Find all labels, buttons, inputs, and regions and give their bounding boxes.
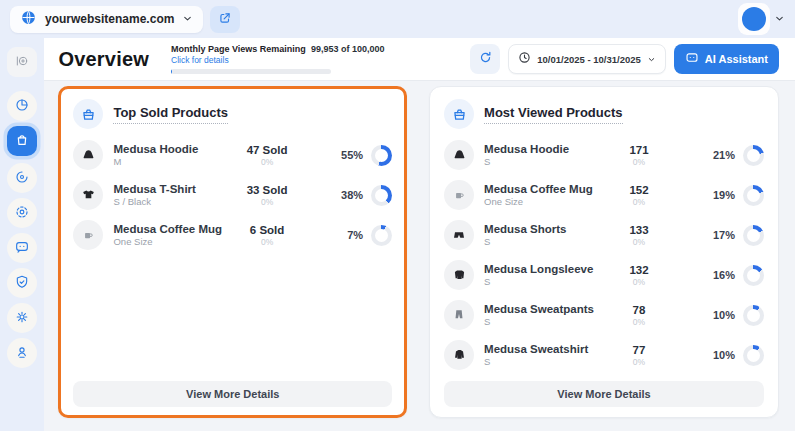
refresh-button[interactable] <box>470 44 500 74</box>
product-name: Medusa Longsleeve <box>484 263 594 275</box>
product-sub-percent: 0% <box>594 157 684 167</box>
product-sub-percent: 0% <box>594 317 684 327</box>
user-menu[interactable] <box>738 3 770 35</box>
page-header: Overview Monthly Page Views Remaining 99… <box>44 38 795 81</box>
page-views-label: Monthly Page Views Remaining <box>171 44 306 54</box>
product-sub-percent: 0% <box>594 237 684 247</box>
product-name: Medusa Sweatpants <box>484 303 594 315</box>
product-variant: S / Black <box>113 196 222 207</box>
progress-ring-icon <box>743 185 764 206</box>
product-variant: S <box>484 276 594 287</box>
sidebar-item-chatbot[interactable] <box>7 233 37 263</box>
product-row: Medusa Hoodie S 171 0% 21% <box>444 135 764 175</box>
product-rows: Medusa Hoodie M 47 Sold 0% 55% Medusa T-… <box>73 135 392 255</box>
ai-assistant-label: AI Assistant <box>705 53 768 65</box>
product-percent: 55% <box>341 149 363 161</box>
product-sub-percent: 0% <box>594 197 684 207</box>
product-name: Medusa Sweatshirt <box>484 343 594 355</box>
product-percent: 21% <box>713 149 735 161</box>
basket-icon <box>444 99 474 129</box>
page-title: Overview <box>58 48 149 71</box>
chat-bubble-icon <box>685 51 699 67</box>
product-variant: S <box>484 316 594 327</box>
page-views-progress-bar <box>171 69 331 74</box>
product-thumbnail <box>444 180 474 210</box>
product-count: 171 <box>594 144 684 156</box>
product-thumbnail <box>73 220 103 250</box>
product-name: Medusa Hoodie <box>484 143 594 155</box>
sidebar-item-person-location[interactable] <box>7 338 37 368</box>
progress-ring-icon <box>743 145 764 166</box>
page-views-details-link[interactable]: Click for details <box>171 55 384 65</box>
product-thumbnail <box>444 340 474 370</box>
product-percent: 10% <box>713 349 735 361</box>
radar-scan-icon <box>14 204 30 223</box>
basket-icon <box>73 99 103 129</box>
product-percent: 7% <box>347 229 363 241</box>
view-more-details-button[interactable]: View More Details <box>444 381 764 407</box>
open-site-button[interactable] <box>210 6 240 33</box>
sessions-swirl-icon <box>14 169 30 188</box>
product-rows: Medusa Hoodie S 171 0% 21% Medusa Coffee… <box>444 135 764 375</box>
topbar: yourwebsitename.com <box>0 0 795 38</box>
product-count: 47 Sold <box>222 144 312 156</box>
site-selector-label: yourwebsitename.com <box>45 12 174 26</box>
page-views-widget: Monthly Page Views Remaining 99,953 of 1… <box>171 44 384 74</box>
product-row: Medusa Sweatshirt S 77 0% 10% <box>444 335 764 375</box>
globe-icon <box>20 9 37 30</box>
product-count: 33 Sold <box>222 184 312 196</box>
product-name: Medusa Shorts <box>484 223 594 235</box>
product-percent: 10% <box>713 309 735 321</box>
product-count: 152 <box>594 184 684 196</box>
progress-ring-icon <box>743 305 764 326</box>
sidebar-item-products-bag[interactable] <box>7 126 37 156</box>
products-bag-icon <box>14 132 30 151</box>
product-name: Medusa Coffee Mug <box>113 223 222 235</box>
product-row: Medusa Coffee Mug One Size 6 Sold 0% 7% <box>73 215 392 255</box>
ai-assistant-button[interactable]: AI Assistant <box>674 44 779 74</box>
product-percent: 38% <box>341 189 363 201</box>
product-sub-percent: 0% <box>222 157 312 167</box>
sidebar-item-radar-scan[interactable] <box>7 198 37 228</box>
product-count: 78 <box>594 304 684 316</box>
progress-ring-icon <box>371 185 392 206</box>
product-row: Medusa T-Shirt S / Black 33 Sold 0% 38% <box>73 175 392 215</box>
chevron-down-icon[interactable] <box>774 10 785 28</box>
sidebar-item-sessions-swirl[interactable] <box>7 163 37 193</box>
avatar <box>742 7 766 31</box>
product-row: Medusa Sweatpants S 78 0% 10% <box>444 295 764 335</box>
product-name: Medusa Coffee Mug <box>484 183 594 195</box>
product-percent: 19% <box>713 189 735 201</box>
product-sub-percent: 0% <box>594 277 684 287</box>
site-selector[interactable]: yourwebsitename.com <box>10 6 203 33</box>
product-variant: One Size <box>113 236 222 247</box>
cards-host: Top Sold Products Medusa Hoodie M 47 Sol… <box>44 81 795 431</box>
sidebar-item-shield-check[interactable] <box>7 268 37 298</box>
settings-gear-icon <box>14 309 30 328</box>
view-more-details-button[interactable]: View More Details <box>73 381 392 407</box>
product-thumbnail <box>73 180 103 210</box>
product-name: Medusa T-Shirt <box>113 183 222 195</box>
product-count: 77 <box>594 344 684 356</box>
product-thumbnail <box>444 260 474 290</box>
product-row: Medusa Longsleeve S 132 0% 16% <box>444 255 764 295</box>
shield-check-icon <box>14 274 30 293</box>
date-range-picker[interactable]: 10/01/2025 - 10/31/2025 <box>508 44 666 74</box>
card-title[interactable]: Most Viewed Products <box>484 105 622 124</box>
sidebar-item-analytics-pie[interactable] <box>7 91 37 121</box>
dashboard-page: yourwebsitename.com Overview <box>0 0 795 431</box>
analytics-pie-icon <box>14 97 30 116</box>
clock-icon <box>518 50 531 68</box>
product-thumbnail <box>444 220 474 250</box>
product-count: 132 <box>594 264 684 276</box>
progress-ring-icon <box>743 265 764 286</box>
person-location-icon <box>14 344 30 363</box>
product-count: 6 Sold <box>222 224 312 236</box>
date-range-label: 10/01/2025 - 10/31/2025 <box>537 54 641 65</box>
sidebar-item-nav-expand[interactable] <box>7 47 37 77</box>
product-variant: S <box>484 236 594 247</box>
product-variant: S <box>484 356 594 367</box>
nav-expand-icon <box>14 53 30 72</box>
card-title[interactable]: Top Sold Products <box>113 105 228 124</box>
sidebar-item-settings-gear[interactable] <box>7 303 37 333</box>
